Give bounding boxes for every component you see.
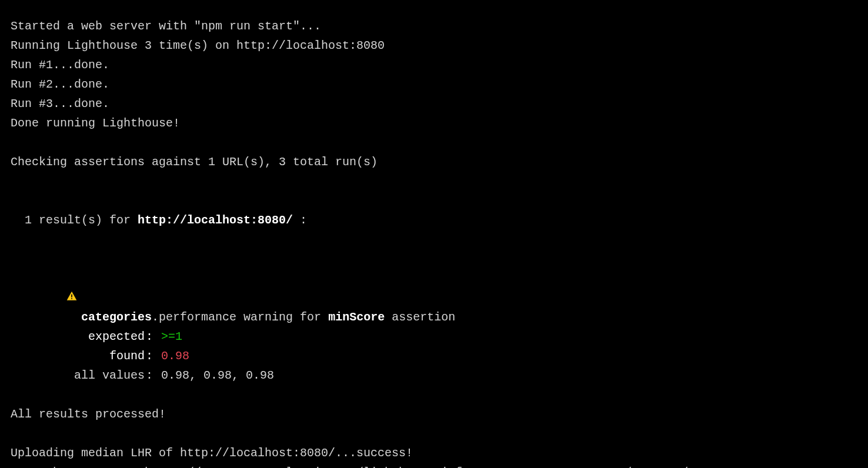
log-line-run3: Run #3...done. xyxy=(11,94,857,113)
log-line-run1: Run #1...done. xyxy=(11,55,857,75)
log-line-server-start: Started a web server with "npm run start… xyxy=(11,16,857,36)
kv-separator: : xyxy=(145,327,161,346)
results-url: http://localhost:8080/ xyxy=(138,213,293,227)
expected-value: >=1 xyxy=(161,327,182,346)
warning-icon xyxy=(38,269,78,327)
log-line-done: Done running Lighthouse! xyxy=(11,113,857,133)
expected-label: expected xyxy=(11,327,145,346)
allvalues-value: 0.98, 0.98, 0.98 xyxy=(161,366,274,385)
svg-rect-1 xyxy=(71,298,72,299)
results-prefix: 1 result(s) for xyxy=(25,213,138,227)
log-line-blank xyxy=(11,230,857,249)
kv-separator: : xyxy=(145,346,161,366)
assertion-found-row: found: 0.98 xyxy=(11,346,857,366)
log-line-run2: Run #2...done. xyxy=(11,75,857,94)
log-line-all-processed: All results processed! xyxy=(11,405,857,424)
log-line-running: Running Lighthouse 3 time(s) on http://l… xyxy=(11,36,857,55)
log-line-blank xyxy=(11,385,857,405)
log-line-open-report: Open the report at https://storage.googl… xyxy=(11,463,857,468)
log-line-blank xyxy=(11,133,857,152)
log-line-upload: Uploading median LHR of http://localhost… xyxy=(11,443,857,463)
assertion-warning-line: categories.performance warning for minSc… xyxy=(11,249,857,327)
svg-rect-0 xyxy=(71,295,72,297)
assertion-category-rest: .performance warning for xyxy=(152,310,328,324)
log-line-blank xyxy=(11,172,857,191)
assertion-minscore: minScore xyxy=(328,310,385,324)
assertion-suffix: assertion xyxy=(385,310,455,324)
assertion-category: categories xyxy=(81,310,152,324)
found-label: found xyxy=(11,346,145,366)
log-line-blank xyxy=(11,424,857,443)
results-suffix: : xyxy=(293,213,307,227)
assertion-expected-row: expected: >=1 xyxy=(11,327,857,346)
found-value: 0.98 xyxy=(161,346,189,366)
kv-separator: : xyxy=(145,366,161,385)
allvalues-label: all values xyxy=(11,366,145,385)
assertion-allvalues-row: all values: 0.98, 0.98, 0.98 xyxy=(11,366,857,385)
log-line-checking: Checking assertions against 1 URL(s), 3 … xyxy=(11,152,857,172)
log-line-results-header: 1 result(s) for http://localhost:8080/ : xyxy=(11,191,857,230)
